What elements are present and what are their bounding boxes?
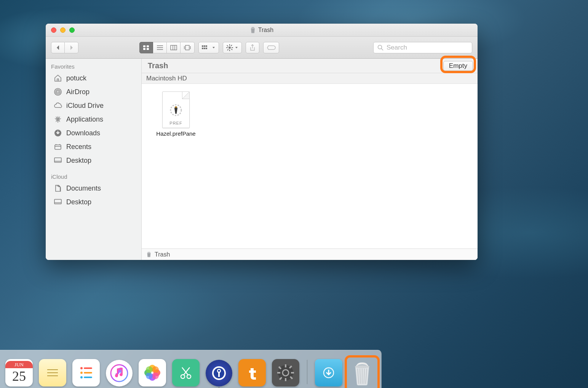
svg-rect-6	[202, 45, 203, 47]
forward-button[interactable]	[65, 42, 78, 53]
sidebar-label: iCloud Drive	[66, 102, 104, 110]
icon-view-button[interactable]	[139, 42, 153, 53]
svg-point-21	[378, 45, 382, 49]
desktop-icon	[53, 197, 62, 207]
window-controls	[46, 27, 75, 33]
tags-button[interactable]	[263, 42, 279, 53]
main-content: Trash Empty Macintosh HD	[142, 59, 478, 260]
titlebar[interactable]: Trash	[46, 24, 478, 37]
svg-point-42	[152, 366, 159, 373]
dock-notes[interactable]	[39, 359, 66, 386]
svg-rect-14	[229, 50, 230, 51]
dock-photos[interactable]	[139, 359, 166, 386]
action-button[interactable]	[223, 42, 242, 53]
column-view-button[interactable]	[167, 42, 181, 53]
sidebar-item-home[interactable]: potuck	[46, 71, 141, 85]
svg-point-44	[146, 372, 153, 379]
minimize-button[interactable]	[60, 27, 66, 33]
svg-point-46	[181, 375, 185, 378]
svg-point-31	[80, 367, 83, 369]
dock-app-orange[interactable]	[238, 359, 266, 386]
dock-divider	[307, 360, 307, 384]
maximize-button[interactable]	[69, 27, 75, 33]
volume-name: Macintosh HD	[146, 75, 187, 82]
sidebar-label: Applications	[66, 115, 103, 123]
close-button[interactable]	[51, 27, 56, 33]
svg-rect-32	[84, 367, 92, 369]
dock-calendar[interactable]: JUN 25	[5, 359, 33, 386]
items-area[interactable]: PREF Hazel.prefPane	[142, 84, 478, 249]
view-switcher	[139, 42, 195, 53]
dock-reminders[interactable]	[72, 359, 100, 386]
file-badge: PREF	[169, 121, 182, 125]
window-title: Trash	[46, 27, 478, 34]
sidebar-item-icloud-drive[interactable]: iCloud Drive	[46, 99, 141, 112]
dock-app-green[interactable]	[172, 359, 200, 386]
list-view-button[interactable]	[153, 42, 167, 53]
trash-icon	[250, 27, 256, 34]
sidebar-section-icloud: iCloud	[46, 171, 141, 181]
recents-icon	[53, 142, 62, 151]
svg-rect-10	[204, 48, 205, 49]
svg-rect-7	[204, 45, 205, 47]
svg-rect-0	[143, 45, 145, 47]
dock-1password[interactable]	[206, 360, 232, 386]
svg-rect-28	[54, 199, 61, 204]
dock-trash-wrap	[348, 359, 376, 386]
dock: JUN 25	[0, 350, 382, 388]
file-name: Hazel.prefPane	[156, 130, 195, 137]
svg-point-47	[187, 375, 191, 378]
sidebar: Favorites potuck AirDrop iCloud Drive Ap…	[46, 59, 142, 260]
svg-rect-13	[229, 44, 230, 46]
svg-point-43	[152, 372, 159, 379]
svg-point-33	[80, 372, 83, 374]
sidebar-item-downloads[interactable]: Downloads	[46, 126, 141, 140]
svg-rect-51	[218, 372, 220, 377]
location-header: Trash Empty	[142, 59, 478, 73]
sidebar-item-desktop-icloud[interactable]: Desktop	[46, 195, 141, 209]
svg-rect-55	[285, 378, 286, 381]
sidebar-item-airdrop[interactable]: AirDrop	[46, 85, 141, 99]
svg-rect-57	[291, 372, 294, 374]
desktop-icon	[53, 156, 62, 165]
sidebar-item-recents[interactable]: Recents	[46, 140, 141, 154]
finder-window: Trash	[46, 24, 478, 260]
gallery-view-button[interactable]	[181, 42, 195, 53]
trash-icon	[146, 252, 152, 258]
svg-rect-27	[54, 158, 61, 162]
toolbar	[46, 37, 478, 59]
path-bar[interactable]: Trash	[142, 249, 478, 260]
search-input[interactable]	[387, 44, 468, 51]
svg-rect-34	[84, 372, 92, 374]
airdrop-icon	[53, 87, 62, 96]
back-button[interactable]	[51, 42, 65, 53]
sidebar-section-favorites: Favorites	[46, 61, 141, 71]
calendar-month: JUN	[5, 361, 33, 369]
svg-rect-3	[147, 48, 149, 50]
sidebar-item-desktop[interactable]: Desktop	[46, 154, 141, 167]
calendar-day: 25	[12, 368, 26, 385]
dock-itunes[interactable]	[106, 360, 133, 386]
share-button[interactable]	[246, 42, 259, 53]
svg-rect-11	[206, 48, 207, 49]
dock-system-preferences[interactable]	[272, 359, 299, 386]
arrange-button[interactable]	[198, 42, 219, 53]
search-field[interactable]	[373, 42, 472, 53]
svg-rect-9	[202, 48, 203, 49]
empty-trash-button[interactable]: Empty	[443, 61, 473, 71]
sidebar-label: Desktop	[66, 198, 91, 206]
documents-icon	[53, 184, 62, 193]
dock-downloads-stack[interactable]	[315, 359, 342, 386]
path-item[interactable]: Trash	[155, 251, 170, 258]
svg-point-30	[175, 106, 177, 108]
file-item[interactable]: PREF Hazel.prefPane	[149, 91, 203, 137]
sidebar-item-documents[interactable]: Documents	[46, 181, 141, 195]
svg-point-35	[80, 376, 83, 378]
sidebar-label: Recents	[66, 143, 91, 151]
nav-buttons	[51, 42, 78, 53]
applications-icon	[53, 115, 62, 124]
svg-rect-26	[55, 145, 61, 149]
svg-rect-56	[277, 372, 280, 374]
svg-rect-19	[231, 45, 232, 46]
sidebar-item-applications[interactable]: Applications	[46, 112, 141, 126]
